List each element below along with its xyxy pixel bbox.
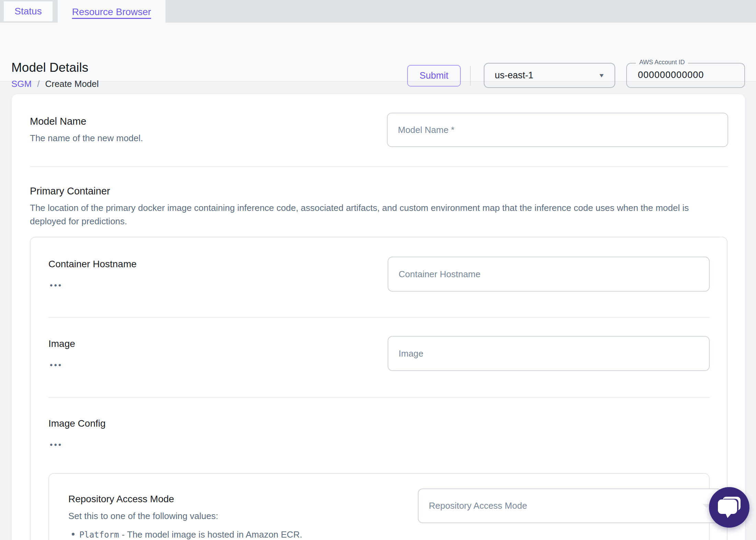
field-divider — [48, 397, 710, 398]
page-header: Model Details SGM / Create Model Submit … — [0, 23, 756, 82]
image-heading: Image — [48, 338, 75, 349]
option-code: Platform — [79, 530, 119, 540]
repository-access-mode-select[interactable]: Repository Access Mode — [418, 488, 722, 523]
ellipsis-icon[interactable]: ••• — [50, 361, 62, 369]
image-placeholder: Image — [399, 348, 423, 359]
repository-access-mode-description: Set this to one of the following values: — [68, 511, 218, 521]
primary-container-heading: Primary Container — [30, 185, 110, 197]
chevron-down-icon: ▼ — [598, 72, 605, 78]
image-config-group: Repository Access Mode Set this to one o… — [48, 473, 710, 540]
aws-account-id-field[interactable]: AWS Account ID 000000000000 — [626, 63, 745, 88]
breadcrumb-current: Create Model — [45, 79, 99, 89]
tab-status[interactable]: Status — [4, 1, 53, 21]
tab-resource-browser[interactable]: Resource Browser — [58, 0, 165, 24]
aws-account-id-value: 000000000000 — [638, 70, 704, 80]
container-hostname-input[interactable]: Container Hostname — [388, 257, 710, 292]
header-divider — [470, 66, 471, 86]
region-select-value: us-east-1 — [495, 70, 598, 81]
chat-bubbles-icon — [717, 496, 741, 519]
tab-status-label: Status — [14, 6, 42, 17]
bullet-icon — [72, 533, 75, 536]
primary-container-description: The location of the primary docker image… — [30, 201, 727, 228]
repository-access-mode-placeholder: Repository Access Mode — [429, 500, 527, 511]
breadcrumb-root-link[interactable]: SGM — [11, 79, 32, 89]
primary-container-group: Container Hostname ••• Container Hostnam… — [30, 237, 728, 540]
field-divider — [48, 317, 710, 318]
aws-account-id-label: AWS Account ID — [636, 59, 688, 66]
ellipsis-icon[interactable]: ••• — [50, 441, 62, 449]
page-title: Model Details — [11, 60, 88, 75]
model-name-description: The name of the new model. — [30, 133, 143, 144]
model-name-input[interactable]: Model Name * — [387, 113, 728, 147]
repository-access-mode-heading: Repository Access Mode — [68, 494, 174, 505]
list-item: Platform - The model image is hosted in … — [72, 529, 371, 540]
breadcrumb-separator: / — [37, 79, 39, 89]
breadcrumb: SGM / Create Model — [11, 79, 99, 89]
model-name-placeholder: Model Name * — [398, 125, 455, 135]
section-divider — [30, 166, 728, 167]
container-hostname-heading: Container Hostname — [48, 259, 137, 270]
repository-access-mode-options-list: Platform - The model image is hosted in … — [72, 525, 371, 540]
tab-strip: Status Resource Browser — [0, 0, 756, 23]
submit-button[interactable]: Submit — [407, 65, 461, 87]
ellipsis-icon[interactable]: ••• — [50, 281, 62, 290]
model-name-heading: Model Name — [30, 116, 86, 127]
chat-launcher-button[interactable] — [709, 487, 749, 528]
image-config-heading: Image Config — [48, 418, 106, 429]
model-details-card: Model Name The name of the new model. Mo… — [11, 94, 745, 540]
region-select[interactable]: us-east-1 ▼ — [484, 63, 615, 88]
tab-resource-browser-label: Resource Browser — [72, 7, 151, 18]
container-hostname-placeholder: Container Hostname — [399, 269, 480, 280]
image-input[interactable]: Image — [388, 336, 710, 371]
option-text: - The model image is hosted in Amazon EC… — [122, 529, 302, 540]
